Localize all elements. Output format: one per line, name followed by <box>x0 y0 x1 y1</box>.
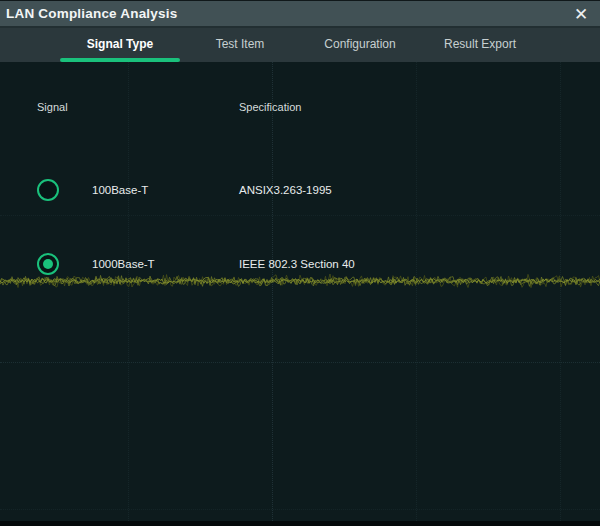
grid-vline <box>128 62 129 521</box>
column-header-signal: Signal <box>37 101 68 113</box>
table-row-1000base-t[interactable]: 1000Base-T IEEE 802.3 Section 40 <box>0 253 600 275</box>
radio-1000base-t[interactable] <box>37 253 59 275</box>
signal-label: 100Base-T <box>92 179 148 201</box>
active-tab-indicator <box>60 58 180 62</box>
tab-signal-type[interactable]: Signal Type <box>60 28 180 62</box>
grid-hline <box>0 509 600 510</box>
dialog-titlebar: LAN Compliance Analysis ✕ <box>0 0 600 28</box>
grid-hline <box>0 215 600 216</box>
radio-100base-t[interactable] <box>37 179 59 201</box>
grid-vline <box>416 62 417 521</box>
grid-hline-center <box>0 362 600 363</box>
tab-result-export[interactable]: Result Export <box>420 28 540 62</box>
tab-bar: Signal Type Test Item Configuration Resu… <box>0 28 600 62</box>
tab-test-item[interactable]: Test Item <box>180 28 300 62</box>
dialog-title: LAN Compliance Analysis <box>0 6 177 21</box>
bottom-strip <box>0 521 600 526</box>
table-row-100base-t[interactable]: 100Base-T ANSIX3.263-1995 <box>0 179 600 201</box>
grid-vline-center <box>272 62 273 521</box>
close-icon[interactable]: ✕ <box>566 1 596 27</box>
tab-configuration[interactable]: Configuration <box>300 28 420 62</box>
oscilloscope-screen: LAN Compliance Analysis ✕ Signal Type Te… <box>0 0 600 526</box>
column-header-specification: Specification <box>239 101 301 113</box>
specification-label: ANSIX3.263-1995 <box>239 179 332 201</box>
grid-vline <box>560 62 561 521</box>
signal-label: 1000Base-T <box>92 253 155 275</box>
specification-label: IEEE 802.3 Section 40 <box>239 253 355 275</box>
